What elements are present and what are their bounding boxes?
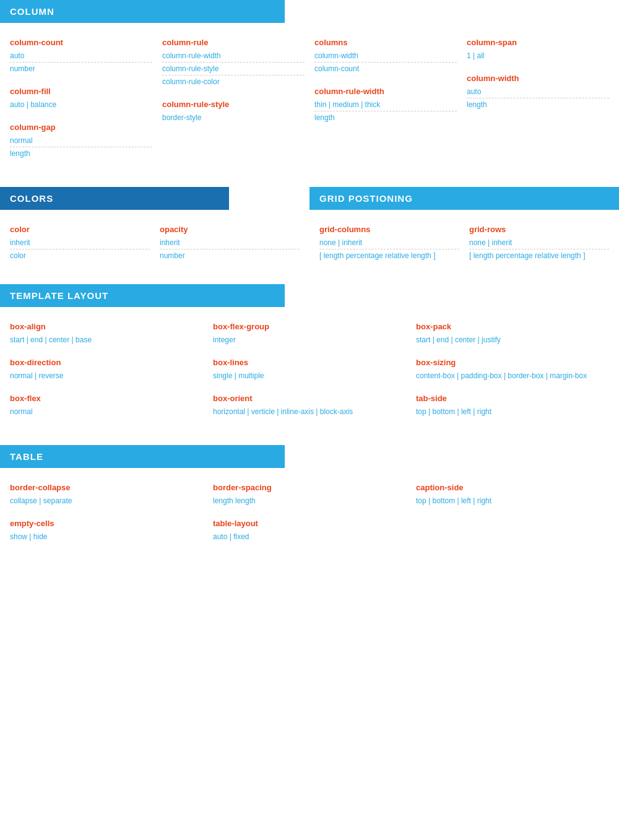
val-crs: column-rule-style [162, 63, 305, 76]
prop-opacity: opacity [160, 225, 300, 234]
val-caption-side: top | bottom | left | right [416, 495, 609, 507]
prop-box-flex: box-flex [10, 394, 203, 403]
prop-box-pack: box-pack [416, 322, 609, 331]
val-none-inherit-gr: none | inherit [469, 236, 609, 249]
prop-column-fill: column-fill [10, 87, 152, 96]
tl-col1: box-align start | end | center | base bo… [5, 319, 208, 423]
grid-positioning-title: GRID POSTIONING [319, 193, 413, 204]
colors-col2: opacity inherit number [155, 222, 305, 264]
grid-col2: grid-rows none | inherit [ length percen… [464, 222, 614, 264]
val-length3: length [467, 98, 609, 111]
val-table-layout: auto | fixed [213, 530, 406, 543]
prop-border-collapse: border-collapse [10, 483, 203, 492]
prop-column-span: column-span [467, 38, 609, 47]
val-length2: length [314, 111, 457, 124]
colors-grid-row: COLORS color inherit color opacity inher… [0, 187, 619, 274]
val-1-all: 1 | all [467, 50, 609, 62]
colors-col1: color inherit color [5, 222, 155, 264]
val-none-inherit-gc: none | inherit [319, 236, 459, 249]
table-col3: caption-side top | bottom | left | right [411, 480, 614, 548]
column-header: COLUMN [0, 0, 285, 23]
tl-col3: box-pack start | end | center | justify … [411, 319, 614, 423]
prop-box-orient: box-orient [213, 394, 406, 403]
prop-column-gap: column-gap [10, 123, 152, 132]
prop-column-rule: column-rule [162, 38, 305, 47]
column-col1: column-count auto number column-fill aut… [5, 35, 157, 165]
val-border-collapse: collapse | separate [10, 495, 203, 507]
template-layout-title: TEMPLATE LAYOUT [10, 290, 108, 301]
val-tab-side: top | bottom | left | right [416, 405, 609, 418]
colors-title: COLORS [10, 193, 53, 204]
prop-column-count: column-count [10, 38, 152, 47]
prop-table-layout: table-layout [213, 519, 406, 528]
val-box-flex-group: integer [213, 334, 406, 346]
table-header: TABLE [0, 445, 285, 468]
val-empty-cells: show | hide [10, 530, 203, 543]
prop-column-rule-width: column-rule-width [314, 87, 457, 96]
prop-border-spacing: border-spacing [213, 483, 406, 492]
column-col4: column-span 1 | all column-width auto le… [462, 35, 614, 165]
template-layout-header: TEMPLATE LAYOUT [0, 284, 285, 307]
val-box-direction: normal | reverse [10, 370, 203, 382]
val-inherit-opacity: inherit [160, 236, 300, 249]
val-normal: normal [10, 134, 152, 147]
prop-color: color [10, 225, 150, 234]
val-length-pct-gr: [ length percentage relative length ] [469, 249, 609, 262]
table-section: TABLE border-collapse collapse | separat… [0, 445, 619, 558]
val-number-opacity: number [160, 249, 300, 262]
val-border-style: border-style [162, 111, 305, 124]
grid-col1: grid-columns none | inherit [ length per… [314, 222, 464, 264]
val-box-orient: horizontal | verticle | inline-axis | bl… [213, 405, 406, 418]
table-col2: border-spacing length length table-layou… [208, 480, 411, 548]
val-column-count2: column-count [314, 63, 457, 75]
val-auto: auto [10, 50, 152, 63]
table-col1: border-collapse collapse | separate empt… [5, 480, 208, 548]
table-title: TABLE [10, 451, 43, 462]
grid-positioning-section: GRID POSTIONING grid-columns none | inhe… [310, 187, 619, 274]
val-column-width: column-width [314, 50, 457, 63]
column-section: COLUMN column-count auto number column-f… [0, 0, 619, 175]
prop-box-flex-group: box-flex-group [213, 322, 406, 331]
val-box-flex: normal [10, 405, 203, 418]
val-length-pct-gc: [ length percentage relative length ] [319, 249, 459, 262]
val-box-align: start | end | center | base [10, 334, 203, 346]
val-inherit-color: inherit [10, 236, 150, 249]
colors-section: COLORS color inherit color opacity inher… [0, 187, 310, 274]
val-crc: column-rule-color [162, 76, 305, 88]
tl-col2: box-flex-group integer box-lines single … [208, 319, 411, 423]
val-thin-med-thick: thin | medium | thick [314, 98, 457, 111]
column-col3: columns column-width column-count column… [310, 35, 462, 165]
prop-grid-rows: grid-rows [469, 225, 609, 234]
prop-columns: columns [314, 38, 457, 47]
template-layout-section: TEMPLATE LAYOUT box-align start | end | … [0, 284, 619, 433]
prop-box-lines: box-lines [213, 358, 406, 367]
prop-column-rule-style: column-rule-style [162, 100, 305, 109]
colors-header: COLORS [0, 187, 229, 210]
column-col2: column-rule column-rule-width column-rul… [157, 35, 310, 165]
val-box-pack: start | end | center | justify [416, 334, 609, 346]
val-border-spacing: length length [213, 495, 406, 507]
prop-empty-cells: empty-cells [10, 519, 203, 528]
prop-box-sizing: box-sizing [416, 358, 609, 367]
val-box-sizing: content-box | padding-box | border-box |… [416, 370, 609, 382]
val-number: number [10, 63, 152, 75]
val-length: length [10, 147, 152, 160]
prop-caption-side: caption-side [416, 483, 609, 492]
val-box-lines: single | multiple [213, 370, 406, 382]
val-auto-balance: auto | balance [10, 98, 152, 111]
column-title: COLUMN [10, 6, 54, 17]
grid-positioning-header: GRID POSTIONING [310, 187, 619, 210]
val-crw: column-rule-width [162, 50, 305, 63]
prop-box-align: box-align [10, 322, 203, 331]
val-auto2: auto [467, 85, 609, 98]
val-color: color [10, 249, 150, 262]
prop-box-direction: box-direction [10, 358, 203, 367]
prop-tab-side: tab-side [416, 394, 609, 403]
prop-column-width2: column-width [467, 74, 609, 83]
prop-grid-columns: grid-columns [319, 225, 459, 234]
